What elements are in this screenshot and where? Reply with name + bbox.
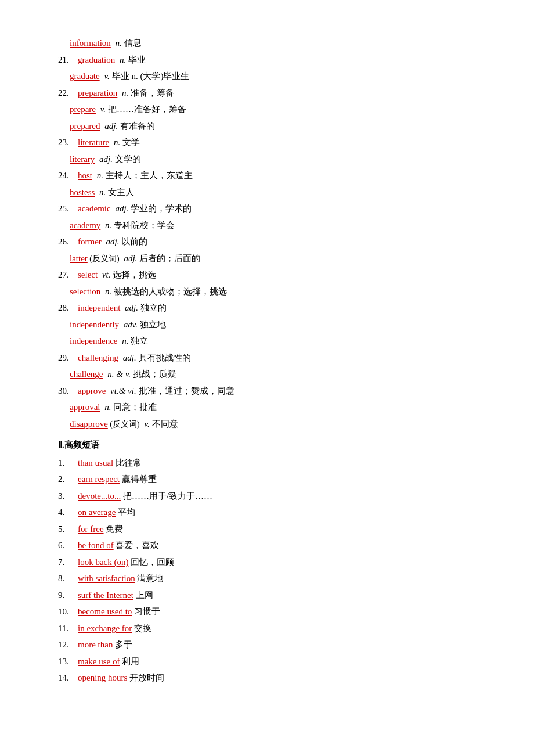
phrase-entry: 7.look back (on) 回忆，回顾 bbox=[58, 554, 476, 571]
phrase-word: more than bbox=[78, 636, 113, 653]
phrase-number: 4. bbox=[58, 504, 74, 521]
phrase-entry: 4.on average 平均 bbox=[58, 504, 476, 521]
entry-definition: 独立 bbox=[131, 333, 148, 350]
entry-pos: n. bbox=[97, 184, 106, 201]
phrase-number: 6. bbox=[58, 537, 74, 554]
phrase-definition: 比往常 bbox=[113, 455, 142, 471]
entry-pos: n. bbox=[102, 399, 111, 416]
entry-word: literature bbox=[78, 134, 109, 151]
phrase-definition: 交换 bbox=[132, 620, 151, 637]
entry-pos: vt. bbox=[100, 267, 110, 283]
entry-definition: 挑战；质疑 bbox=[133, 366, 176, 383]
entry-number: 28. bbox=[58, 300, 74, 316]
phrase-word: opening hours bbox=[78, 669, 127, 686]
entry-word: academy bbox=[70, 217, 100, 234]
phrase-entry: 8.with satisfaction 满意地 bbox=[58, 570, 476, 587]
entry-definition: 独立的 bbox=[140, 300, 167, 316]
phrase-definition: 多于 bbox=[113, 636, 132, 653]
vocabulary-entry: 24.host n.主持人；主人，东道主 bbox=[58, 167, 476, 184]
vocabulary-entry: 27.select vt.选择，挑选 bbox=[58, 267, 476, 283]
vocabulary-entry: prepared adj.有准备的 bbox=[58, 118, 476, 135]
entry-definition: 选择，挑选 bbox=[113, 267, 156, 283]
entry-pos: adj. bbox=[104, 233, 120, 250]
entry-pos: n. & v. bbox=[105, 366, 130, 383]
entry-definition: 信息 bbox=[124, 35, 142, 52]
phrase-word: make use of bbox=[78, 653, 120, 670]
entry-word: disapprove bbox=[70, 416, 108, 433]
phrase-entry: 12.more than 多于 bbox=[58, 636, 476, 653]
phrase-definition: 习惯于 bbox=[132, 603, 160, 620]
entry-number: 24. bbox=[58, 167, 74, 184]
entry-definition: 文学的 bbox=[115, 151, 141, 168]
phrase-number: 8. bbox=[58, 570, 74, 587]
vocabulary-entry: 22.preparation n.准备，筹备 bbox=[58, 85, 476, 102]
vocabulary-entry: 28.independent adj.独立的 bbox=[58, 300, 476, 316]
entry-note: (反义词) bbox=[108, 417, 140, 433]
entry-word: graduate bbox=[70, 68, 100, 85]
entry-pos: n. bbox=[103, 283, 111, 300]
phrase-word: on average bbox=[78, 504, 116, 521]
phrase-word: look back (on) bbox=[78, 554, 128, 571]
entry-pos: adj. bbox=[113, 200, 129, 217]
entry-definition: 以前的 bbox=[121, 233, 147, 250]
phrase-number: 12. bbox=[58, 636, 74, 653]
entry-word: information bbox=[70, 35, 111, 52]
phrase-number: 9. bbox=[58, 587, 74, 604]
phrase-entry: 2.earn respect 赢得尊重 bbox=[58, 471, 476, 488]
entry-word: select bbox=[78, 267, 98, 283]
phrase-word: surf the Internet bbox=[78, 587, 134, 604]
entry-pos: v. bbox=[142, 416, 150, 433]
entry-definition: 准备，筹备 bbox=[131, 85, 174, 102]
phrase-word: in exchange for bbox=[78, 620, 132, 637]
entry-pos: v. bbox=[98, 101, 106, 118]
entry-definition: 毕业 bbox=[128, 52, 146, 69]
phrase-definition: 满意地 bbox=[135, 570, 164, 587]
section-header: Ⅱ.高频短语 bbox=[58, 437, 476, 453]
entry-pos: v. bbox=[102, 68, 110, 85]
entry-number: 25. bbox=[58, 200, 74, 217]
entry-word: independence bbox=[70, 333, 117, 350]
entry-definition: 主持人；主人，东道主 bbox=[106, 167, 193, 184]
entry-definition: 独立地 bbox=[140, 316, 166, 333]
entry-word: challenge bbox=[70, 366, 103, 383]
entry-pos: n. bbox=[103, 217, 111, 234]
content: information n.信息21.graduation n.毕业gradua… bbox=[58, 35, 476, 686]
entry-number: 23. bbox=[58, 134, 74, 151]
phrase-word: earn respect bbox=[78, 471, 120, 488]
vocabulary-entry: independence n.独立 bbox=[58, 333, 476, 350]
entry-definition: 毕业 n. (大学)毕业生 bbox=[112, 68, 190, 85]
entry-definition: 后者的；后面的 bbox=[139, 250, 200, 267]
entry-number: 21. bbox=[58, 52, 74, 69]
phrase-number: 1. bbox=[58, 455, 74, 471]
vocabulary-entry: 23.literature n.文学 bbox=[58, 134, 476, 151]
phrase-word: with satisfaction bbox=[78, 570, 135, 587]
entry-word: prepare bbox=[70, 101, 96, 118]
entry-definition: 被挑选的人或物；选择，挑选 bbox=[114, 283, 227, 300]
phrase-number: 2. bbox=[58, 471, 74, 488]
vocabulary-entry: literary adj.文学的 bbox=[58, 151, 476, 168]
phrase-definition: 开放时间 bbox=[127, 669, 164, 686]
entry-pos: adj. bbox=[122, 250, 138, 267]
entry-number: 22. bbox=[58, 85, 74, 102]
phrase-definition: 利用 bbox=[120, 653, 139, 670]
phrase-word: than usual bbox=[78, 455, 113, 471]
entry-pos: adj. bbox=[102, 118, 118, 135]
entry-word: independently bbox=[70, 316, 119, 333]
entry-word: approval bbox=[70, 399, 100, 416]
phrase-definition: 回忆，回顾 bbox=[128, 554, 174, 571]
vocabulary-entry: approval n.同意；批准 bbox=[58, 399, 476, 416]
entry-number: 27. bbox=[58, 267, 74, 283]
entry-pos: adj. bbox=[97, 151, 113, 168]
entry-number: 26. bbox=[58, 233, 74, 250]
entry-word: prepared bbox=[70, 118, 100, 135]
entry-word: academic bbox=[78, 200, 111, 217]
entry-pos: adj. bbox=[121, 350, 136, 366]
phrase-word: for free bbox=[78, 521, 104, 538]
entry-pos: n. bbox=[95, 167, 103, 184]
entry-pos: n. bbox=[120, 333, 128, 350]
entry-word: challenging bbox=[78, 350, 118, 366]
vocabulary-entry: 26.former adj.以前的 bbox=[58, 233, 476, 250]
phrase-word: become used to bbox=[78, 603, 132, 620]
entry-pos: adv. bbox=[121, 316, 138, 333]
vocabulary-entry: selection n.被挑选的人或物；选择，挑选 bbox=[58, 283, 476, 300]
